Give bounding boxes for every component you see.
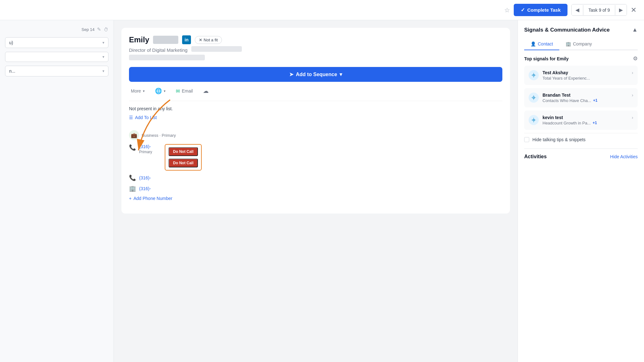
phone-row-2: 📞 (316)-: [129, 174, 502, 181]
contact-title: Director of Digital Marketing: [129, 46, 502, 53]
phone-icon-2: 📞: [129, 174, 136, 181]
name-blur: [153, 36, 178, 44]
signal-chevron-1: ›: [632, 70, 633, 75]
next-task-button[interactable]: ▶: [615, 4, 627, 15]
not-fit-label: Not a fit: [204, 38, 218, 42]
business-icon: 💼: [129, 130, 139, 140]
list-section: Not present in any list. ☰ Add To List: [129, 101, 502, 125]
right-panel: Signals & Communication Advice ▲ 👤 Conta…: [518, 20, 644, 362]
task-counter: Task 9 of 9: [583, 5, 615, 15]
contact-name: Emily: [129, 35, 149, 44]
contact-tab-icon: 👤: [531, 41, 536, 46]
dropdown-1-arrow: ▾: [102, 40, 104, 45]
office-icon: 🏢: [129, 185, 136, 192]
email-icon: ✉: [176, 88, 180, 94]
signal-icon-3: [529, 115, 539, 125]
signal-name-1: Test Akshay: [543, 70, 590, 75]
tab-bar: 👤 Contact 🏢 Company: [524, 38, 638, 50]
phone-sub-1: Primary: [139, 150, 152, 154]
star-button[interactable]: ☆: [504, 6, 510, 14]
clock-button[interactable]: ⏱: [104, 27, 108, 32]
signals-title: Signals & Communication Advice: [524, 27, 610, 33]
signal-desc-1: Total Years of Experienc...: [543, 76, 590, 81]
cloud-button[interactable]: ☁: [201, 86, 211, 96]
activities-title: Activities: [524, 154, 547, 160]
business-label: Business · Primary: [142, 133, 176, 138]
sidebar-date: Sep 14: [82, 27, 95, 32]
more-button[interactable]: More ▾: [129, 87, 147, 95]
signal-card-1[interactable]: Test Akshay Total Years of Experienc... …: [524, 66, 638, 85]
task-navigation: ◀ Task 9 of 9 ▶: [571, 4, 627, 16]
complete-task-label: Complete Task: [527, 7, 561, 13]
phone-row-1: 📞 (316)- Primary Do Not Call: [129, 144, 502, 171]
signal-card-3[interactable]: kevin test Headcount Growth in Pa... +1 …: [524, 111, 638, 130]
signal-icon-2: [529, 93, 539, 103]
email-label: Email: [182, 88, 193, 94]
edit-button[interactable]: ✎: [97, 27, 101, 32]
not-fit-badge[interactable]: ✕ Not a fit: [195, 36, 222, 44]
signal-chevron-3: ›: [632, 115, 633, 120]
gear-button[interactable]: ⚙: [633, 55, 638, 62]
check-icon: ✓: [521, 7, 525, 13]
phone-number-3[interactable]: (316)-: [139, 186, 151, 191]
cloud-icon: ☁: [203, 87, 209, 94]
svg-point-3: [533, 119, 534, 121]
sequence-arrow-icon: ▾: [340, 71, 342, 77]
complete-task-button[interactable]: ✓ Complete Task: [514, 4, 568, 16]
email-button[interactable]: ✉ Email: [174, 87, 195, 95]
company-tab-icon: 🏢: [566, 41, 571, 46]
signal-desc-3: Headcount Growth in Pa...: [543, 121, 591, 125]
top-signals-label: Top signals for Emily: [524, 56, 569, 61]
contact-card: Emily in ✕ Not a fit Director of Digital…: [121, 28, 510, 214]
close-button[interactable]: ✕: [631, 6, 636, 14]
phone-number-2[interactable]: (316)-: [139, 175, 151, 180]
signal-name-2: Brandan Test: [543, 93, 598, 98]
add-sequence-label: Add to Sequence: [296, 72, 337, 77]
do-not-call-button-1[interactable]: Do Not Call: [169, 147, 198, 156]
add-to-list-icon: ☰: [129, 115, 133, 120]
globe-button[interactable]: 🌐 ▾: [153, 86, 168, 96]
tab-company[interactable]: 🏢 Company: [559, 38, 598, 50]
signal-name-3: kevin test: [543, 115, 597, 120]
signals-sub-header: Top signals for Emily ⚙: [524, 55, 638, 62]
business-primary-row: 💼 Business · Primary: [129, 130, 502, 140]
add-to-list-button[interactable]: ☰ Add To List: [129, 115, 157, 120]
prev-task-button[interactable]: ◀: [572, 4, 583, 15]
more-label: More: [131, 88, 141, 94]
add-to-sequence-button[interactable]: ➤ Add to Sequence ▾: [129, 67, 502, 82]
signals-header: Signals & Communication Advice ▲: [524, 27, 638, 33]
not-fit-x-icon: ✕: [199, 38, 202, 42]
add-phone-button[interactable]: + Add Phone Number: [129, 196, 172, 201]
add-phone-icon: +: [129, 196, 132, 201]
signal-desc-2: Contacts Who Have Cha...: [543, 98, 591, 103]
contact-header: Emily in ✕ Not a fit: [129, 35, 502, 44]
sidebar-dropdown-1[interactable]: u) ▾: [5, 37, 108, 48]
collapse-button[interactable]: ▲: [632, 27, 638, 33]
hide-activities-button[interactable]: Hide Activities: [610, 154, 638, 159]
contact-tab-label: Contact: [538, 41, 553, 46]
signal-chevron-2: ›: [632, 93, 633, 98]
signal-icon-1: [529, 70, 539, 80]
signal-card-2[interactable]: Brandan Test Contacts Who Have Cha... +1…: [524, 88, 638, 107]
tab-contact[interactable]: 👤 Contact: [524, 38, 559, 50]
sidebar-dropdown-3[interactable]: n... ▾: [5, 66, 108, 76]
action-toolbar: More ▾ 🌐 ▾ ✉ Email ☁: [129, 86, 502, 101]
dropdown-2-arrow: ▾: [102, 55, 104, 59]
center-content: Emily in ✕ Not a fit Director of Digital…: [114, 20, 518, 362]
phone-icon-1: 📞: [129, 144, 136, 151]
signal-more-3: +1: [592, 121, 597, 125]
signal-card-2-left: Brandan Test Contacts Who Have Cha... +1: [529, 93, 598, 103]
activities-header: Activities Hide Activities: [524, 148, 638, 160]
do-not-call-button-2[interactable]: Do Not Call: [169, 159, 198, 167]
company-tab-label: Company: [573, 41, 592, 46]
company-blur: [191, 46, 242, 52]
phone-number-1[interactable]: (316)-: [139, 144, 151, 149]
phone-section: 💼 Business · Primary 📞 (316)- Primary: [129, 125, 502, 206]
linkedin-icon[interactable]: in: [182, 35, 191, 44]
hide-tips-row: Hide talking tips & snippets: [524, 133, 638, 146]
dropdown-3-arrow: ▾: [102, 69, 104, 73]
sidebar-dropdown-2[interactable]: ▾: [5, 52, 108, 62]
hide-tips-checkbox[interactable]: [524, 137, 529, 142]
phone-row-3: 🏢 (316)-: [129, 185, 502, 192]
signal-card-1-left: Test Akshay Total Years of Experienc...: [529, 70, 590, 81]
